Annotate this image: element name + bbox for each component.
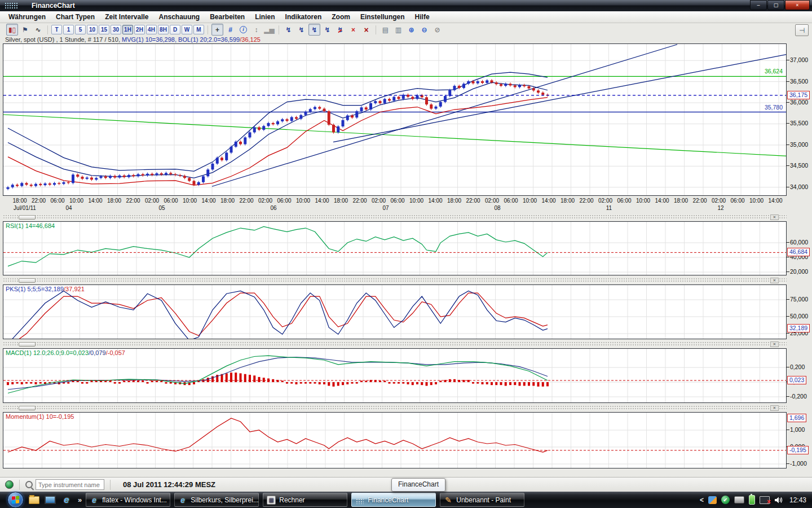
time-tick-label: 06:00 [274, 198, 294, 204]
menu-bearbeiten[interactable]: Bearbeiten [205, 12, 250, 22]
interval-1h-button[interactable]: 1H [122, 25, 133, 34]
grid-button[interactable]: # [224, 24, 236, 36]
line-type-button[interactable]: ∿ [32, 24, 44, 36]
line-delete-button[interactable]: ↯ [334, 24, 346, 36]
panel-splitter[interactable]: ✕ [3, 341, 787, 347]
candlestick-type-button[interactable]: ▮▯ [6, 24, 18, 36]
zigzag-3-button[interactable]: ↯ [308, 24, 320, 36]
zoom-in-button[interactable]: ⊕ [405, 24, 417, 36]
print-preview-button[interactable]: ▥ [392, 24, 404, 36]
panel-close-icon[interactable]: ✕ [770, 278, 779, 283]
quicklaunch-internet-explorer-icon[interactable]: e [60, 494, 73, 506]
taskbar-button-silberkurs-[interactable]: eSilberkurs, Silberprei... [174, 493, 259, 507]
menu-linien[interactable]: Linien [250, 12, 280, 22]
menu-hilfe[interactable]: Hilfe [410, 12, 435, 22]
time-tick-label: 18:00 [558, 198, 578, 204]
axis-tick-mark [786, 123, 789, 124]
panel-close-icon[interactable]: ✕ [770, 214, 779, 220]
tray-network-error-icon[interactable] [760, 496, 770, 504]
interval-m-button[interactable]: M [193, 25, 204, 34]
tray-volume-icon[interactable] [774, 496, 784, 504]
instrument-search-input[interactable] [36, 479, 104, 490]
time-tick-label: 02:00 [595, 198, 616, 204]
macd-panel-plot[interactable] [3, 348, 787, 403]
taskbar-button-label: Silberkurs, Silberprei... [191, 496, 259, 504]
header-segment: Momentum(1) 10=-0,195 [6, 413, 74, 420]
axis-tick-label: 0,200 [790, 364, 805, 370]
taskbar-button-unbenannt[interactable]: ✎Unbenannt - Paint [440, 493, 524, 507]
tray-security-check-icon[interactable]: ✔ [721, 496, 730, 504]
panel-close-icon[interactable]: ✕ [770, 341, 779, 347]
interval-2h-button[interactable]: 2H [134, 25, 145, 34]
menu-indikatoren[interactable]: Indikatoren [280, 12, 327, 22]
zoom-out-button[interactable]: ⊖ [418, 24, 430, 36]
pin-panel-button[interactable]: ⊣ [795, 24, 809, 36]
splitter-handle[interactable] [19, 406, 36, 410]
panel-splitter[interactable]: ✕ [3, 405, 787, 410]
taskbar-button-rechner[interactable]: ▦Rechner [263, 493, 347, 507]
internet-explorer-icon: e [90, 496, 99, 505]
volume-histogram-button[interactable]: ▂▅ [263, 24, 275, 36]
tray-expand-chevron[interactable]: < [700, 496, 704, 504]
zigzag-1-button[interactable]: ↯ [283, 24, 294, 36]
crosshair-icon: + [215, 26, 219, 34]
axis-tick-label: 75,000 [790, 296, 808, 303]
taskbar-button-flatex[interactable]: eflatex - Windows Int... [86, 493, 170, 507]
panel-splitter[interactable]: ✕ [3, 278, 787, 283]
info-button[interactable]: i [237, 24, 249, 36]
time-tick-label: 22:00 [350, 198, 370, 204]
menu-chart-typen[interactable]: Chart Typen [51, 12, 100, 22]
interval-d-button[interactable]: D [170, 25, 180, 34]
zigzag-4-button[interactable]: ↯ [321, 24, 333, 36]
pks-panel-plot[interactable] [3, 284, 787, 339]
interval-5-button[interactable]: 5 [75, 25, 86, 34]
print-button[interactable]: ▤ [379, 24, 391, 36]
interval-15-button[interactable]: 15 [99, 25, 109, 34]
tray-app-icon[interactable] [708, 496, 717, 504]
interval-1-button[interactable]: 1 [63, 25, 74, 34]
menu-einstellungen[interactable]: Einstellungen [355, 12, 410, 22]
start-button[interactable] [7, 492, 24, 508]
axis-tick-label: 60,000 [790, 239, 808, 246]
time-tick-label: 02:00 [142, 198, 162, 204]
splitter-handle[interactable] [19, 342, 36, 347]
maximize-button[interactable]: ▢ [767, 0, 784, 10]
time-tick-label: 14:00 [652, 198, 672, 204]
quicklaunch-show-desktop-icon[interactable] [44, 494, 56, 506]
axis-tick-mark [786, 144, 789, 145]
delete-all-button[interactable]: × [360, 24, 372, 36]
delete-button[interactable]: × [347, 24, 359, 36]
time-tick-label: 14:00 [539, 198, 559, 204]
menu-zoom[interactable]: Zoom [326, 12, 355, 22]
header-segment: /0,079 [89, 349, 106, 356]
quicklaunch-folder-icon[interactable] [28, 494, 40, 506]
panel-close-icon[interactable]: ✕ [770, 405, 779, 411]
toolbar-separator [47, 25, 48, 34]
panel-splitter[interactable]: ✕ [3, 214, 787, 220]
splitter-handle[interactable] [19, 215, 36, 220]
interval-8h-button[interactable]: 8H [158, 25, 169, 34]
value-scale-button[interactable]: ↕ [250, 24, 262, 36]
momentum-panel-plot[interactable] [3, 412, 787, 468]
tray-printer-icon[interactable] [734, 496, 744, 503]
interval-w-button[interactable]: W [182, 25, 192, 34]
interval-30-button[interactable]: 30 [111, 25, 121, 34]
interval-t-button[interactable]: T [51, 25, 62, 34]
bar-type-button[interactable]: ⚑ [19, 24, 31, 36]
zoom-reset-button[interactable]: ⊘ [431, 24, 443, 36]
interval-10-button[interactable]: 10 [87, 25, 98, 34]
rsi-panel-plot[interactable] [3, 221, 787, 275]
taskbar-button-financechart[interactable]: FinanceChart [351, 493, 436, 507]
menu-zeit-intervalle[interactable]: Zeit Intervalle [100, 12, 153, 22]
main-chart-plot[interactable] [3, 43, 787, 196]
menu-währungen[interactable]: Währungen [3, 12, 51, 22]
quicklaunch-overflow-chevron[interactable]: » [78, 496, 82, 504]
close-button[interactable]: × [785, 0, 810, 10]
tray-battery-icon[interactable] [749, 495, 755, 505]
splitter-handle[interactable] [19, 278, 36, 283]
zigzag-2-button[interactable]: ↯ [295, 24, 307, 36]
minimize-button[interactable]: – [750, 0, 767, 10]
crosshair-button[interactable]: + [211, 24, 223, 36]
menu-anschauung[interactable]: Anschauung [154, 12, 205, 22]
interval-4h-button[interactable]: 4H [146, 25, 157, 34]
